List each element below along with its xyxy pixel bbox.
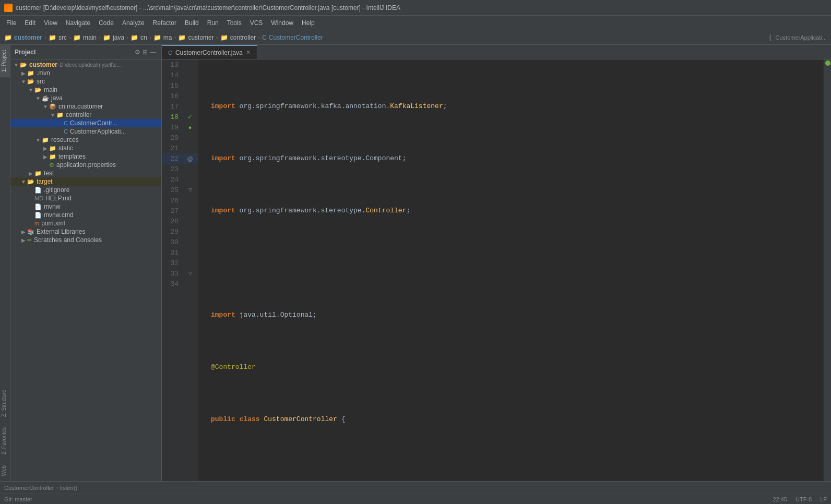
tree-package[interactable]: ▼ 📦 cn.ma.customer	[10, 102, 161, 111]
tree-icon-mvnw: 📄	[34, 203, 42, 210]
tab-close-btn[interactable]: ✕	[246, 49, 251, 56]
menu-edit[interactable]: Edit	[20, 17, 40, 29]
menu-vcs[interactable]: VCS	[246, 17, 267, 29]
tree-main[interactable]: ▼ 📂 main	[10, 86, 161, 94]
tree-gitignore[interactable]: 📄 .gitignore	[10, 186, 161, 194]
bottom-breadcrumb-class[interactable]: CustomerController	[4, 485, 54, 491]
menu-run[interactable]: Run	[203, 17, 223, 29]
bottom-breadcrumb-bar: CustomerController › listen()	[0, 481, 831, 494]
breadcrumb-src[interactable]: src	[58, 34, 67, 41]
code-line-14[interactable]: import org.springframework.stereotype.Co…	[207, 153, 824, 164]
tree-expand-src[interactable]: ▼	[20, 79, 27, 85]
tree-expand-test[interactable]: ▶	[27, 171, 34, 176]
menu-view[interactable]: View	[40, 17, 62, 29]
tree-controller[interactable]: ▼ 📁 controller	[10, 111, 161, 119]
tree-java[interactable]: ▼ ☕ java	[10, 94, 161, 102]
code-line-19[interactable]: public class CustomerController {	[207, 414, 824, 425]
code-content[interactable]: import org.springframework.kafka.annotat…	[198, 59, 824, 481]
breadcrumb-sep4: ›	[126, 34, 128, 41]
tree-icon-templates: 📁	[49, 153, 56, 160]
tree-expand-extlibs[interactable]: ▶	[20, 229, 27, 235]
tree-expand-package[interactable]: ▼	[42, 104, 49, 110]
menu-navigate[interactable]: Navigate	[62, 17, 94, 29]
tree-icon-pom: m	[34, 220, 39, 226]
project-layout-btn[interactable]: ⊞	[141, 47, 149, 57]
tree-ext-libs[interactable]: ▶ 📚 External Libraries	[10, 227, 161, 236]
app-icon	[4, 4, 13, 12]
tree-helpmd[interactable]: MD HELP.md	[10, 194, 161, 202]
breadcrumb-classname[interactable]: CustomerController	[269, 34, 323, 41]
tree-templates[interactable]: ▶ 📁 templates	[10, 152, 161, 161]
tree-expand-scratches[interactable]: ▶	[20, 237, 27, 243]
tree-mvn[interactable]: ▶ 📁 .mvn	[10, 69, 161, 77]
project-settings-btn[interactable]: ⚙	[134, 47, 141, 57]
tree-label-ca: CustomerApplicati...	[70, 128, 126, 135]
tree-mvnw[interactable]: 📄 mvnw	[10, 202, 161, 211]
menu-help[interactable]: Help	[298, 17, 319, 29]
tree-icon-git: 📄	[34, 187, 42, 194]
breadcrumb-customer[interactable]: customer	[14, 34, 42, 41]
menu-window[interactable]: Window	[267, 17, 298, 29]
editor-tab-customer-controller[interactable]: C CustomerController.java ✕	[162, 45, 257, 59]
left-tab-structure[interactable]: Z: Structure	[0, 385, 10, 422]
tree-icon-ca: C	[64, 128, 68, 135]
left-tab-favorites[interactable]: 2: Favorites	[0, 422, 10, 460]
tree-static[interactable]: ▶ 📁 static	[10, 144, 161, 152]
breadcrumb-controller[interactable]: controller	[230, 34, 256, 41]
bottom-breadcrumb-method[interactable]: listen()	[60, 485, 77, 491]
menu-analyze[interactable]: Analyze	[118, 17, 149, 29]
breadcrumb-ma[interactable]: ma	[163, 34, 172, 41]
tree-test[interactable]: ▶ 📁 test	[10, 169, 161, 177]
tree-expand-static[interactable]: ▶	[42, 146, 49, 151]
code-line-16[interactable]	[207, 258, 824, 268]
tree-icon-mvnwcmd: 📄	[34, 212, 42, 219]
code-line-17[interactable]: import java.util.Optional;	[207, 310, 824, 320]
menu-refactor[interactable]: Refactor	[149, 17, 181, 29]
breadcrumb-folder-icon6: 📁	[178, 34, 186, 41]
tree-label-package: cn.ma.customer	[58, 103, 103, 110]
code-line-15[interactable]: import org.springframework.stereotype.Co…	[207, 206, 824, 216]
left-tab-project[interactable]: 1: Project	[0, 45, 10, 77]
breadcrumb-sep8: ›	[258, 34, 260, 41]
tree-expand-controller[interactable]: ▼	[49, 112, 56, 118]
tree-resources[interactable]: ▼ 📁 resources	[10, 136, 161, 144]
project-close-btn[interactable]: —	[149, 47, 157, 57]
menu-tools[interactable]: Tools	[223, 17, 246, 29]
tree-root-customer[interactable]: ▼ 📂 customer D:\develop\idea\myself\c...	[10, 61, 161, 69]
menu-code[interactable]: Code	[94, 17, 118, 29]
left-tab-web[interactable]: Web	[0, 460, 10, 481]
breadcrumb-cn[interactable]: cn	[140, 34, 147, 41]
tree-label-pom: pom.xml	[41, 220, 65, 227]
breadcrumb-java[interactable]: java	[113, 34, 124, 41]
breadcrumb-main[interactable]: main	[83, 34, 97, 41]
code-line-20[interactable]	[207, 466, 824, 477]
tree-pomxml[interactable]: m pom.xml	[10, 219, 161, 227]
menu-build[interactable]: Build	[181, 17, 203, 29]
tree-expand-customer[interactable]: ▼	[13, 62, 20, 68]
code-line-13[interactable]: import org.springframework.kafka.annotat…	[207, 101, 824, 112]
tree-expand-target[interactable]: ▼	[20, 179, 27, 185]
tree-path-customer: D:\develop\idea\myself\c...	[60, 62, 121, 68]
tree-mvnwcmd[interactable]: 📄 mvnw.cmd	[10, 211, 161, 219]
tree-scratches[interactable]: ▶ ✏ Scratches and Consoles	[10, 236, 161, 244]
bottom-breadcrumb-sep: ›	[56, 485, 58, 491]
tree-expand-mvn[interactable]: ▶	[20, 70, 27, 76]
tree-icon-test: 📁	[34, 170, 42, 177]
tab-filename: CustomerController.java	[175, 49, 243, 56]
tree-expand-java[interactable]: ▼	[34, 95, 42, 101]
tree-expand-templates[interactable]: ▶	[42, 154, 49, 160]
nav-back-btn[interactable]: ⟨	[766, 32, 775, 43]
tree-app-props[interactable]: ⚙ application.properties	[10, 161, 161, 169]
tree-src[interactable]: ▼ 📂 src	[10, 77, 161, 86]
tree-icon-src: 📂	[27, 78, 34, 85]
breadcrumb-customer2[interactable]: customer	[188, 34, 213, 41]
gutter-check-18: ✓	[187, 113, 193, 121]
tree-target[interactable]: ▼ 📂 target	[10, 177, 161, 186]
code-line-18[interactable]: @Controller	[207, 362, 824, 373]
tree-label-props: application.properties	[56, 161, 116, 169]
tree-expand-main[interactable]: ▼	[27, 87, 34, 93]
menu-file[interactable]: File	[2, 17, 20, 29]
tree-expand-resources[interactable]: ▼	[34, 137, 42, 143]
tree-customer-controller[interactable]: C CustomerContr...	[10, 119, 161, 127]
tree-customer-application[interactable]: C CustomerApplicati...	[10, 127, 161, 136]
